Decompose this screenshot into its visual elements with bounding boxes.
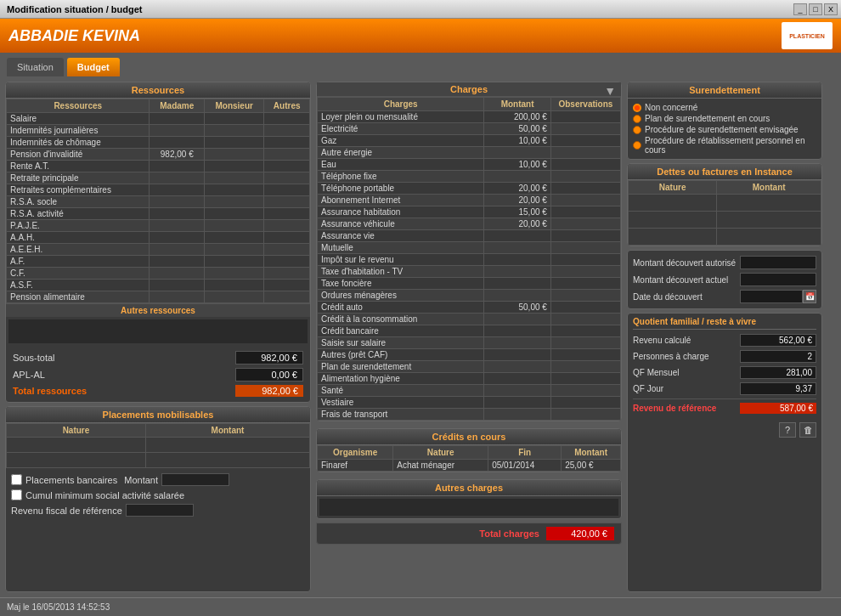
apl-row: APL-AL 0,00 € [13, 366, 303, 383]
table-row: Salaire [7, 113, 310, 125]
sous-total-row: Sous-total 982,00 € [13, 349, 303, 366]
right-panel: Surendettement Non concerné Plan de sure… [627, 82, 822, 592]
option-plan[interactable]: Plan de surendettement en cours [633, 113, 816, 124]
quotient-section: Quotient familial / reste à vivre Revenu… [628, 314, 821, 419]
revenu-calcule-value: 562,00 € [740, 334, 816, 347]
help-button[interactable]: ? [779, 422, 796, 438]
tab-situation[interactable]: Situation [7, 58, 64, 76]
table-row: Téléphone fixe [318, 171, 621, 183]
date-decouvert-input[interactable] [740, 290, 803, 303]
qf-jour-label: QF Jour [633, 384, 663, 393]
table-row: Santé [318, 385, 621, 397]
sous-total-value: 982,00 € [235, 351, 303, 365]
revenu-ref-value: 587,00 € [740, 403, 816, 414]
table-row: Indemnités de chômage [7, 137, 310, 149]
placements-montant-input[interactable] [161, 473, 229, 486]
radio-selected-icon [633, 104, 641, 112]
revenu-calcule-row: Revenu calculé 562,00 € [633, 332, 816, 348]
bottom-date: Maj le 16/05/2013 14:52:53 [7, 602, 110, 612]
decouvert-autorise-input[interactable] [740, 256, 816, 269]
placements-col-montant: Montant [145, 424, 309, 438]
apl-value: 0,00 € [235, 368, 303, 381]
placements-footer: Placements bancaires Montant Cumul minim… [6, 468, 310, 522]
table-row: A.F. [7, 256, 310, 268]
window-controls[interactable]: _ □ X [793, 3, 838, 15]
middle-panel: Charges ▼ Charges Montant Observations L… [316, 82, 622, 592]
bottom-bar: Maj le 16/05/2013 14:52:53 [0, 597, 841, 616]
qf-mensuel-value: 281,00 [740, 366, 816, 379]
calendar-icon[interactable]: 📅 [803, 290, 816, 303]
table-row: Loyer plein ou mensualité200,00 € [318, 111, 621, 123]
table-row: Crédit à la consommation [318, 314, 621, 325]
table-row: Eau10,00 € [318, 159, 621, 171]
table-row [629, 195, 821, 212]
total-ressources-label: Total ressources [13, 386, 87, 396]
table-row: Plan de surendettement [318, 361, 621, 373]
qf-jour-value: 9,37 [740, 382, 816, 395]
table-row: Vestiaire [318, 397, 621, 409]
col-ressources: Ressources [7, 99, 150, 113]
table-row: Retraites complémentaires [7, 184, 310, 196]
charges-col-montant: Montant [484, 98, 551, 111]
sous-total-label: Sous-total [13, 353, 55, 363]
cumul-label: Cumul minimum social activité salarée [25, 490, 184, 500]
table-row: C.F. [7, 268, 310, 280]
personnes-charge-label: Personnes à charge [633, 352, 709, 361]
total-charges-value: 420,00 € [546, 527, 614, 540]
delete-button[interactable]: 🗑 [799, 422, 816, 438]
decouvert-autorise-label: Montant découvert autorisé [633, 258, 736, 268]
credits-col-fin: Fin [488, 446, 562, 460]
tab-budget[interactable]: Budget [67, 58, 120, 76]
charges-col-name: Charges [318, 98, 484, 111]
table-row [7, 438, 310, 453]
ref-input[interactable] [126, 504, 194, 517]
table-row: Taxe foncière [318, 278, 621, 290]
maximize-button[interactable]: □ [809, 3, 822, 15]
montant-panel: Montant découvert autorisé Montant décou… [627, 250, 822, 309]
table-row: Ordures ménagères [318, 290, 621, 302]
surendettement-panel: Surendettement Non concerné Plan de sure… [627, 82, 822, 160]
table-row: Assurance véhicule20,00 € [318, 218, 621, 230]
dettes-header: Dettes ou factures en Instance [628, 164, 821, 180]
credits-panel: Crédits en cours Organisme Nature Fin Mo… [316, 428, 622, 472]
apl-label: APL-AL [13, 370, 45, 380]
col-monsieur: Monsieur [205, 99, 264, 113]
quotient-header: Quotient familial / reste à vivre [633, 317, 816, 330]
option-procedure[interactable]: Procédure de surendettement envisagée [633, 124, 816, 135]
option-label-1: Plan de surendettement en cours [645, 114, 770, 123]
minimize-button[interactable]: _ [793, 3, 807, 15]
left-panel: Ressources Ressources Madame Monsieur Au… [5, 82, 311, 592]
table-row: A.A.H. [7, 232, 310, 244]
revenu-ref-row: Revenu de référence 587,00 € [633, 401, 816, 415]
logo-text: PLASTICIEN [789, 33, 825, 39]
app-logo: PLASTICIEN [782, 22, 833, 49]
credits-header: Crédits en cours [317, 429, 621, 445]
total-charges-label: Total charges [479, 528, 539, 539]
autres-ressources-header: Autres ressources [6, 303, 310, 317]
table-row: Retraite principale [7, 172, 310, 184]
table-row: Alimentation hygiène [318, 373, 621, 385]
table-row: Abonnement Internet20,00 € [318, 195, 621, 206]
credits-col-organisme: Organisme [318, 446, 393, 460]
cumul-checkbox[interactable] [11, 489, 22, 500]
placements-panel: Placements mobilisables Nature Montant P… [5, 406, 311, 592]
table-row: Saisie sur salaire [318, 337, 621, 349]
charges-panel: Charges ▼ Charges Montant Observations L… [316, 82, 622, 421]
table-row: R.S.A. activité [7, 208, 310, 220]
qf-jour-row: QF Jour 9,37 [633, 381, 816, 397]
montant-section: Montant découvert autorisé Montant décou… [628, 251, 821, 308]
decouvert-actuel-input[interactable] [740, 273, 816, 286]
dettes-table: Nature Montant [628, 180, 821, 246]
charges-table: Charges Montant Observations Loyer plein… [317, 97, 621, 421]
revenu-calcule-label: Revenu calculé [633, 336, 691, 345]
option-retablissement[interactable]: Procédure de rétablissement personnel en… [633, 135, 816, 155]
qf-mensuel-label: QF Mensuel [633, 368, 679, 377]
ressources-table: Ressources Madame Monsieur Autres Salair… [6, 99, 310, 303]
option-non-concerne[interactable]: Non concerné [633, 102, 816, 113]
table-row: Crédit bancaire [318, 325, 621, 337]
placements-bancaires-checkbox[interactable] [11, 474, 22, 485]
table-row: Téléphone portable20,00 € [318, 183, 621, 195]
close-button[interactable]: X [824, 3, 838, 15]
placements-montant-label: Montant [124, 475, 158, 485]
credits-col-nature: Nature [393, 446, 488, 460]
